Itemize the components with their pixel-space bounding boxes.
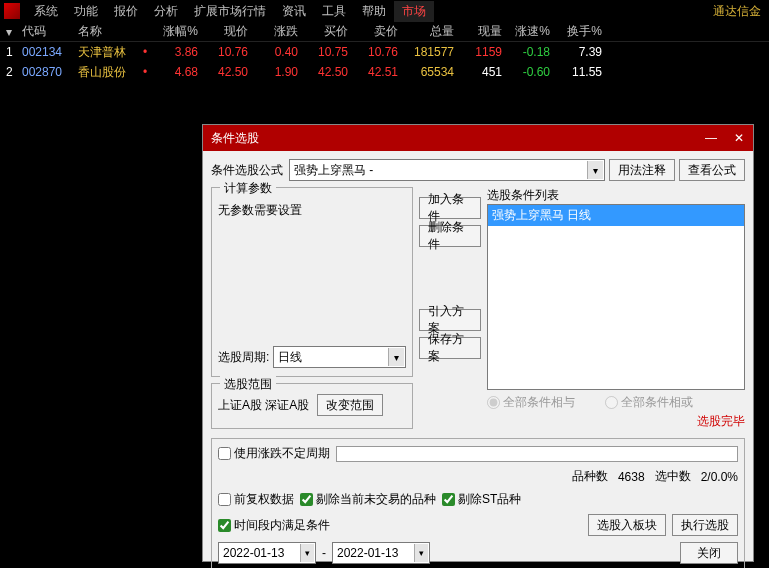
close-icon[interactable]: ✕ (725, 127, 753, 149)
row-turn: 7.39 (554, 45, 606, 59)
exec-button[interactable]: 执行选股 (672, 514, 738, 536)
chevron-down-icon[interactable]: ▾ (388, 348, 404, 366)
col-vol[interactable]: 总量 (402, 23, 458, 40)
selected-label: 选中数 (655, 468, 691, 485)
status-done: 选股完毕 (487, 413, 745, 430)
chevron-down-icon[interactable]: ▾ (300, 544, 314, 562)
chevron-down-icon[interactable]: ▾ (414, 544, 428, 562)
usage-button[interactable]: 用法注释 (609, 159, 675, 181)
scope-title: 选股范围 (220, 376, 276, 393)
row-bid: 42.50 (302, 65, 352, 79)
change-scope-button[interactable]: 改变范围 (317, 394, 383, 416)
col-code[interactable]: 代码 (22, 23, 78, 40)
condition-list-label: 选股条件列表 (487, 187, 745, 204)
menu-bar: 系统 功能 报价 分析 扩展市场行情 资讯 工具 帮助 市场 通达信金 (0, 0, 769, 22)
menu-analysis[interactable]: 分析 (146, 1, 186, 22)
date-to-input[interactable]: 2022-01-13▾ (332, 542, 430, 564)
menu-quote[interactable]: 报价 (106, 1, 146, 22)
col-spd[interactable]: 涨速% (506, 23, 554, 40)
row-idx: 1 (0, 45, 22, 59)
use-period-checkbox[interactable]: 使用涨跌不定周期 (218, 445, 330, 462)
brand-label: 通达信金 (705, 1, 769, 22)
row-ask: 42.51 (352, 65, 402, 79)
view-formula-button[interactable]: 查看公式 (679, 159, 745, 181)
radio-or-input (605, 396, 618, 409)
add-condition-button[interactable]: 加入条件 (419, 197, 481, 219)
exclude-st-checkbox[interactable]: 剔除ST品种 (442, 491, 521, 508)
row-spd: -0.60 (506, 65, 554, 79)
count-label: 品种数 (572, 468, 608, 485)
close-button[interactable]: 关闭 (680, 542, 738, 564)
menu-extended[interactable]: 扩展市场行情 (186, 1, 274, 22)
table-row[interactable]: 2002870香山股份•4.6842.501.9042.5042.5165534… (0, 62, 769, 82)
dot-icon: • (142, 45, 152, 59)
period-combo[interactable]: 日线 ▾ (273, 346, 406, 368)
col-cur[interactable]: 现量 (458, 23, 506, 40)
col-dropdown-icon[interactable]: ▾ (0, 25, 22, 39)
menu-system[interactable]: 系统 (26, 1, 66, 22)
col-chg[interactable]: 涨跌 (252, 23, 302, 40)
scope-group: 选股范围 上证A股 深证A股 改变范围 (211, 383, 413, 429)
row-pct: 4.68 (152, 65, 202, 79)
exclude-notrade-checkbox[interactable]: 剔除当前未交易的品种 (300, 491, 436, 508)
dialog-title: 条件选股 (211, 130, 259, 147)
row-cur: 1159 (458, 45, 506, 59)
row-spd: -0.18 (506, 45, 554, 59)
period-label: 选股周期: (218, 349, 269, 366)
menu-tools[interactable]: 工具 (314, 1, 354, 22)
radio-all-and: 全部条件相与 (487, 394, 575, 411)
table-row[interactable]: 1002134天津普林•3.8610.760.4010.7510.7618157… (0, 42, 769, 62)
time-range-checkbox[interactable]: 时间段内满足条件 (218, 517, 330, 534)
save-plan-button[interactable]: 保存方案 (419, 337, 481, 359)
import-plan-button[interactable]: 引入方案 (419, 309, 481, 331)
menu-news[interactable]: 资讯 (274, 1, 314, 22)
count-value: 4638 (618, 470, 645, 484)
no-params-label: 无参数需要设置 (218, 202, 406, 219)
row-name[interactable]: 天津普林 (78, 44, 142, 61)
row-pct: 3.86 (152, 45, 202, 59)
table-header: ▾ 代码 名称 涨幅% 现价 涨跌 买价 卖价 总量 现量 涨速% 换手% (0, 22, 769, 42)
row-chg: 1.90 (252, 65, 302, 79)
menu-help[interactable]: 帮助 (354, 1, 394, 22)
row-code[interactable]: 002870 (22, 65, 78, 79)
row-price: 42.50 (202, 65, 252, 79)
radio-all-or: 全部条件相或 (605, 394, 693, 411)
row-name[interactable]: 香山股份 (78, 64, 142, 81)
radio-and-input (487, 396, 500, 409)
col-ask[interactable]: 卖价 (352, 23, 402, 40)
into-block-button[interactable]: 选股入板块 (588, 514, 666, 536)
row-bid: 10.75 (302, 45, 352, 59)
col-name[interactable]: 名称 (78, 23, 142, 40)
menu-function[interactable]: 功能 (66, 1, 106, 22)
formula-combo[interactable]: 强势上穿黑马 - ▾ (289, 159, 605, 181)
menu-market[interactable]: 市场 (394, 1, 434, 22)
col-pct[interactable]: 涨幅% (152, 23, 202, 40)
row-idx: 2 (0, 65, 22, 79)
scope-text: 上证A股 深证A股 (218, 397, 309, 414)
col-turn[interactable]: 换手% (554, 23, 606, 40)
period-value: 日线 (278, 349, 302, 366)
row-turn: 11.55 (554, 65, 606, 79)
list-item[interactable]: 强势上穿黑马 日线 (488, 205, 744, 226)
bottom-panel: 使用涨跌不定周期 品种数 4638 选中数 2/0.0% 前复权数据 剔除当前未… (211, 438, 745, 568)
delete-condition-button[interactable]: 删除条件 (419, 225, 481, 247)
dialog-titlebar[interactable]: 条件选股 ― ✕ (203, 125, 753, 151)
row-code[interactable]: 002134 (22, 45, 78, 59)
row-vol: 65534 (402, 65, 458, 79)
row-chg: 0.40 (252, 45, 302, 59)
chevron-down-icon[interactable]: ▾ (587, 161, 603, 179)
col-bid[interactable]: 买价 (302, 23, 352, 40)
row-ask: 10.76 (352, 45, 402, 59)
progress-bar (336, 446, 738, 462)
calc-params-group: 计算参数 无参数需要设置 选股周期: 日线 ▾ (211, 187, 413, 377)
row-vol: 181577 (402, 45, 458, 59)
selected-value: 2/0.0% (701, 470, 738, 484)
col-price[interactable]: 现价 (202, 23, 252, 40)
fuquan-checkbox[interactable]: 前复权数据 (218, 491, 294, 508)
dot-icon: • (142, 65, 152, 79)
date-from-input[interactable]: 2022-01-13▾ (218, 542, 316, 564)
minimize-icon[interactable]: ― (697, 127, 725, 149)
row-price: 10.76 (202, 45, 252, 59)
table-body: 1002134天津普林•3.8610.760.4010.7510.7618157… (0, 42, 769, 82)
condition-listbox[interactable]: 强势上穿黑马 日线 (487, 204, 745, 390)
